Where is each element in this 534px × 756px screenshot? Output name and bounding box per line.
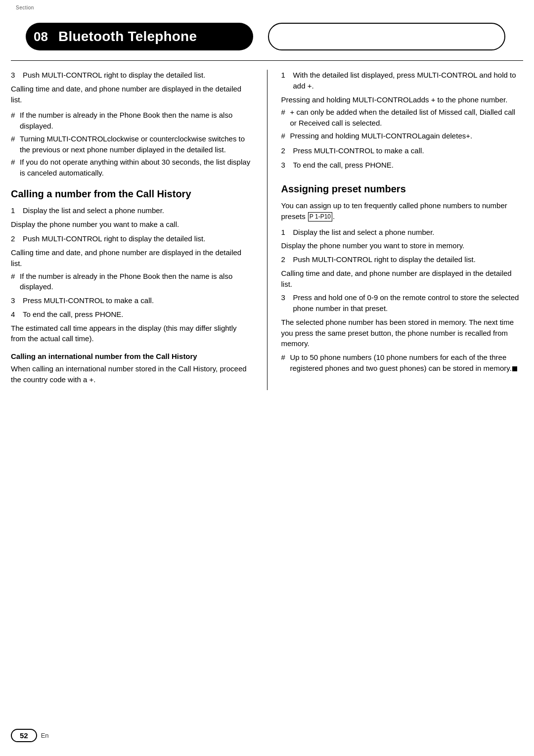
hash-symbol: # — [11, 271, 17, 293]
step-text: Display the list and select a phone numb… — [23, 205, 164, 216]
hash-text: If the number is already in the Phone Bo… — [20, 110, 253, 132]
step-number: 1 — [11, 205, 18, 216]
step-detail: Calling time and date, and phone number … — [281, 268, 524, 290]
hash-note-r2: # Pressing and holding MULTI-CONTROLagai… — [281, 131, 524, 141]
note-text: The selected phone number has been store… — [281, 317, 524, 349]
note-text: Calling time and date, and phone number … — [11, 247, 253, 269]
page: Section 08 Bluetooth Telephone 3 Push MU… — [0, 0, 534, 756]
header-right-box — [268, 23, 505, 50]
section-badge: 08 Bluetooth Telephone — [26, 23, 253, 50]
page-number: 52 — [11, 729, 37, 742]
end-symbol — [512, 366, 517, 371]
step-text: To end the call, press PHONE. — [23, 309, 123, 320]
hash-note-3: # If you do not operate anything within … — [11, 157, 253, 178]
note-text: Pressing and holding MULTI-CONTROLadds +… — [281, 94, 524, 105]
step-text: To end the call, press PHONE. — [293, 160, 394, 171]
step-number: 3 — [281, 160, 288, 171]
step-text: Push MULTI-CONTROL right to display the … — [23, 233, 205, 244]
list-item: 4 To end the call, press PHONE. — [11, 309, 253, 320]
note-text: Display the phone number you want to sto… — [281, 240, 524, 251]
step-number: 1 — [281, 227, 288, 238]
list-item: 1 Display the list and select a phone nu… — [11, 205, 253, 216]
section-number: 08 — [34, 29, 51, 44]
section-title: Bluetooth Telephone — [58, 29, 197, 44]
call-history-heading: Calling a number from the Call History — [11, 187, 253, 200]
step-number: 3 — [281, 292, 288, 314]
hash-note-r1: # + can only be added when the detailed … — [281, 107, 524, 129]
step-text: Press MULTI-CONTROL to make a call. — [23, 295, 154, 306]
step-text: Push MULTI-CONTROL right to display the … — [293, 254, 476, 265]
step-detail: The selected phone number has been store… — [281, 317, 524, 349]
footer-lang: En — [41, 732, 49, 739]
list-item: 3 Press and hold one of 0-9 on the remot… — [281, 292, 524, 314]
list-item: 2 Push MULTI-CONTROL right to display th… — [281, 254, 524, 265]
step-number: 1 — [281, 70, 288, 91]
hash-symbol: # — [11, 110, 17, 132]
international-heading: Calling an international number from the… — [11, 351, 253, 361]
hash-text: If you do not operate anything within ab… — [20, 157, 253, 178]
international-text: When calling an international number sto… — [11, 363, 253, 385]
list-item: 2 Push MULTI-CONTROL right to display th… — [11, 233, 253, 244]
step-detail: Display the phone number you want to sto… — [281, 240, 524, 251]
step-text: With the detailed list displayed, press … — [293, 70, 524, 91]
preset-symbol: P 1-P10 — [308, 212, 332, 222]
hash-symbol: # — [11, 157, 17, 178]
list-item: 1 With the detailed list displayed, pres… — [281, 70, 524, 91]
note-text: Calling time and date, and phone number … — [11, 84, 253, 105]
list-item: 2 Press MULTI-CONTROL to make a call. — [281, 145, 524, 156]
step-number: 4 — [11, 309, 18, 320]
hash-note-4: # If the number is already in the Phone … — [11, 271, 253, 293]
section-label: Section — [16, 5, 34, 10]
note-text: Calling time and date, and phone number … — [281, 268, 524, 290]
preset-heading: Assigning preset numbers — [281, 182, 524, 195]
hash-text: + can only be added when the detailed li… — [290, 107, 524, 129]
footer: 52 En — [11, 729, 49, 742]
step-text: Push MULTI-CONTROL right to display the … — [23, 70, 205, 81]
hash-text: Pressing and holding MULTI-CONTROLagain … — [290, 131, 473, 141]
intro-note-1: Calling time and date, and phone number … — [11, 84, 253, 105]
content: 3 Push MULTI-CONTROL right to display th… — [0, 61, 534, 390]
step-detail: Pressing and holding MULTI-CONTROLadds +… — [281, 94, 524, 105]
step-detail: Display the phone number you want to mak… — [11, 219, 253, 230]
hash-symbol: # — [281, 131, 287, 141]
hash-note-r3: # Up to 50 phone numbers (10 phone numbe… — [281, 352, 524, 374]
header: 08 Bluetooth Telephone — [0, 0, 534, 55]
list-item: 3 To end the call, press PHONE. — [281, 160, 524, 171]
hash-symbol: # — [281, 107, 287, 129]
hash-text: Turning MULTI-CONTROLclockwise or counte… — [20, 133, 253, 155]
hash-text: If the number is already in the Phone Bo… — [20, 271, 253, 293]
step-detail: Calling time and date, and phone number … — [11, 247, 253, 269]
list-item: 1 Display the list and select a phone nu… — [281, 227, 524, 238]
hash-note-2: # Turning MULTI-CONTROLclockwise or coun… — [11, 133, 253, 155]
step-text: Display the list and select a phone numb… — [293, 227, 435, 238]
step-text: Press MULTI-CONTROL to make a call. — [293, 145, 424, 156]
step-text: Press and hold one of 0-9 on the remote … — [293, 292, 524, 314]
step-detail: The estimated call time appears in the d… — [11, 323, 253, 345]
step-number: 3 — [11, 295, 18, 306]
hash-symbol: # — [11, 133, 17, 155]
left-column: 3 Push MULTI-CONTROL right to display th… — [11, 70, 267, 390]
step-number: 3 — [11, 70, 18, 81]
preset-intro: You can assign up to ten frequently call… — [281, 200, 524, 222]
hash-text: Up to 50 phone numbers (10 phone numbers… — [290, 352, 524, 374]
step-number: 2 — [281, 145, 288, 156]
list-item: 3 Press MULTI-CONTROL to make a call. — [11, 295, 253, 306]
step-number: 2 — [281, 254, 288, 265]
hash-note-1: # If the number is already in the Phone … — [11, 110, 253, 132]
list-item: 3 Push MULTI-CONTROL right to display th… — [11, 70, 253, 81]
step-number: 2 — [11, 233, 18, 244]
note-text: Display the phone number you want to mak… — [11, 219, 253, 230]
right-column: 1 With the detailed list displayed, pres… — [267, 70, 524, 390]
note-text: When calling an international number sto… — [11, 363, 253, 385]
note-text: The estimated call time appears in the d… — [11, 323, 253, 345]
hash-symbol: # — [281, 352, 287, 374]
preset-intro-text: You can assign up to ten frequently call… — [281, 200, 524, 222]
